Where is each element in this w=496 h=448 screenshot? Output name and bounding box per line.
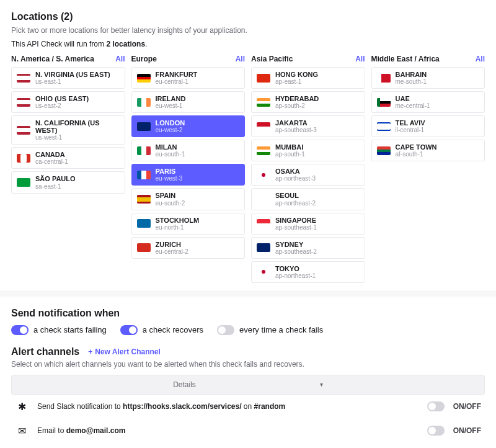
flag-icon <box>257 195 270 204</box>
location-option[interactable]: SYDNEYap-southeast-2 <box>251 237 365 259</box>
location-option[interactable]: FRANKFURTeu-central-1 <box>131 67 246 89</box>
region-header: N. America / S. America <box>11 55 94 63</box>
flag-icon <box>137 146 151 155</box>
location-name: SEOUL <box>275 192 316 199</box>
select-all-link[interactable]: All <box>476 55 485 63</box>
location-region: eu-west-1 <box>156 102 186 109</box>
flag-icon <box>257 122 270 131</box>
location-option[interactable]: SEOULap-northeast-2 <box>251 188 365 210</box>
location-option[interactable]: N. CALIFORNIA (US WEST)us-west-1 <box>11 115 125 145</box>
location-region: eu-central-1 <box>156 78 198 85</box>
details-dropdown[interactable]: Details ▾ <box>11 375 485 395</box>
location-option[interactable]: HONG KONGap-east-1 <box>251 67 365 89</box>
flag-icon <box>137 74 151 83</box>
location-option[interactable]: TEL AVIVil-central-1 <box>371 115 485 137</box>
channels-title: Alert channels <box>11 346 79 357</box>
location-option[interactable]: SINGAPOREap-southeast-1 <box>251 213 365 235</box>
flag-icon <box>137 195 151 204</box>
location-option[interactable]: MILANeu-south-1 <box>131 140 246 161</box>
location-option[interactable]: UAEme-central-1 <box>371 91 485 113</box>
location-option[interactable]: CANADAca-central-1 <box>11 147 125 169</box>
location-name: CANADA <box>35 151 68 158</box>
location-region: sa-east-1 <box>35 183 76 190</box>
location-region: ap-northeast-1 <box>275 272 316 279</box>
location-option[interactable]: SPAINeu-south-2 <box>131 188 246 210</box>
location-option[interactable]: HYDERABADap-south-2 <box>251 91 365 113</box>
notify-label: a check starts failing <box>33 325 107 334</box>
plus-icon: + <box>88 347 92 356</box>
location-option[interactable]: CAPE TOWNaf-south-1 <box>371 140 485 161</box>
channel-toggle[interactable] <box>427 426 445 436</box>
location-region: eu-north-1 <box>156 224 200 231</box>
location-option[interactable]: SÃO PAULOsa-east-1 <box>11 171 125 193</box>
location-region: ap-southeast-1 <box>275 224 317 231</box>
flag-icon <box>377 74 391 83</box>
select-all-link[interactable]: All <box>115 55 125 63</box>
location-option[interactable]: TOKYOap-northeast-1 <box>251 261 365 283</box>
location-name: SYDNEY <box>275 241 317 248</box>
flag-icon <box>137 122 151 131</box>
location-name: SÃO PAULO <box>35 175 76 182</box>
location-region: eu-west-2 <box>156 127 185 133</box>
location-region: eu-south-1 <box>156 151 185 158</box>
channel-toggle[interactable] <box>427 401 445 411</box>
location-option[interactable]: OHIO (US EAST)us-east-2 <box>11 91 125 113</box>
location-region: ap-northeast-2 <box>275 200 316 207</box>
location-option[interactable]: N. VIRGINIA (US EAST)us-east-1 <box>11 67 125 89</box>
region-header: Europe <box>131 55 157 63</box>
location-option[interactable]: LONDONeu-west-2 <box>131 115 246 137</box>
location-name: TEL AVIV <box>396 119 425 127</box>
location-name: BAHRAIN <box>396 71 427 78</box>
location-region: eu-central-2 <box>156 248 188 255</box>
flag-icon <box>257 74 270 83</box>
flag-icon <box>137 98 151 107</box>
notify-toggle[interactable] <box>217 325 234 335</box>
location-option[interactable]: OSAKAap-northeast-3 <box>251 164 365 186</box>
flag-icon <box>257 98 270 107</box>
location-name: N. VIRGINIA (US EAST) <box>35 71 110 78</box>
location-region: me-south-1 <box>396 78 427 85</box>
location-name: N. CALIFORNIA (US WEST) <box>35 119 120 134</box>
location-name: JAKARTA <box>275 119 317 127</box>
location-region: ap-southeast-2 <box>275 248 317 255</box>
slack-icon: ✱ <box>15 401 29 413</box>
flag-icon <box>137 219 151 228</box>
channel-description: Send Slack notification to https://hooks… <box>37 402 418 411</box>
location-name: OHIO (US EAST) <box>35 95 89 102</box>
location-name: HYDERABAD <box>275 95 319 102</box>
location-option[interactable]: MUMBAIap-south-1 <box>251 140 365 161</box>
location-region: ap-east-1 <box>275 78 318 85</box>
flag-icon <box>257 267 270 276</box>
flag-icon <box>377 98 391 107</box>
channel-description: Email to demo@mail.com <box>37 426 418 435</box>
location-region: ap-south-1 <box>275 151 305 158</box>
location-name: MUMBAI <box>275 143 305 151</box>
email-icon: ✉ <box>15 425 29 437</box>
location-option[interactable]: JAKARTAap-southeast-3 <box>251 115 365 137</box>
flag-icon <box>257 171 270 179</box>
region-header: Middle East / Africa <box>371 55 440 63</box>
location-region: eu-west-3 <box>156 175 183 182</box>
notify-toggle[interactable] <box>120 325 138 335</box>
new-alert-channel-link[interactable]: + New Alert Channel <box>88 347 161 356</box>
location-name: HONG KONG <box>275 71 318 78</box>
location-region: il-central-1 <box>396 127 425 133</box>
location-option[interactable]: BAHRAINme-south-1 <box>371 67 485 89</box>
location-region: ap-northeast-3 <box>275 175 316 182</box>
select-all-link[interactable]: All <box>236 55 245 63</box>
location-option[interactable]: IRELANDeu-west-1 <box>131 91 246 113</box>
notify-toggle[interactable] <box>11 325 29 335</box>
onoff-label: ON/OFF <box>453 402 481 411</box>
location-option[interactable]: ZURICHeu-central-2 <box>131 237 246 259</box>
location-option[interactable]: PARISeu-west-3 <box>131 164 246 186</box>
location-name: LONDON <box>156 119 185 127</box>
select-all-link[interactable]: All <box>355 55 365 63</box>
location-option[interactable]: STOCKHOLMeu-north-1 <box>131 213 246 235</box>
location-region: eu-south-2 <box>156 200 185 207</box>
flag-icon <box>377 122 391 131</box>
location-name: STOCKHOLM <box>156 217 200 224</box>
onoff-label: ON/OFF <box>453 426 481 435</box>
locations-title: Locations (2) <box>11 11 485 22</box>
location-region: us-east-1 <box>35 78 110 85</box>
location-name: PARIS <box>156 168 183 175</box>
